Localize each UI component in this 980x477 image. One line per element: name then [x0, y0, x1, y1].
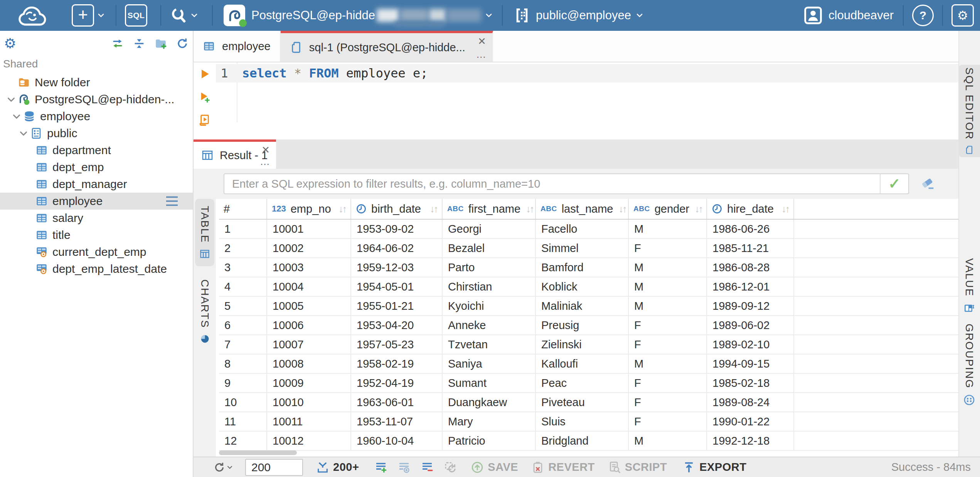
table-row[interactable]: 7100071957-05-23TzvetanZielinskiF1989-02… — [219, 335, 958, 354]
data-cell[interactable]: 10004 — [267, 277, 351, 296]
column-header-gender[interactable]: ABCgender↓↑ — [629, 199, 707, 219]
data-cell[interactable]: 10012 — [267, 432, 351, 450]
close-tab-icon[interactable]: ✕ — [478, 36, 486, 46]
data-cell[interactable]: 1957-05-23 — [351, 335, 443, 354]
column-header-last_name[interactable]: ABClast_name↓↑ — [536, 199, 629, 219]
data-cell[interactable]: F — [629, 412, 707, 431]
grouping-panel-tab[interactable]: GROUPING — [958, 324, 980, 406]
data-cell[interactable]: Duangkaew — [443, 393, 536, 411]
row-index-cell[interactable]: 11 — [219, 412, 267, 431]
table-row[interactable]: 4100041954-05-01ChirstianKoblickM1986-12… — [219, 277, 958, 297]
data-cell[interactable]: M — [629, 258, 707, 277]
presentation-tab-table[interactable]: TABLE — [195, 199, 214, 266]
data-cell[interactable]: 1986-06-26 — [707, 220, 794, 238]
add-row-button[interactable] — [374, 461, 387, 474]
sort-icon[interactable]: ↓↑ — [424, 203, 437, 215]
table-row[interactable]: 12100121960-10-04PatricioBridglandM1992-… — [219, 432, 958, 451]
auto-refresh-button[interactable] — [444, 461, 457, 474]
chevron-down-icon[interactable] — [11, 111, 22, 122]
data-cell[interactable]: 10006 — [267, 316, 351, 334]
row-index-cell[interactable]: 12 — [219, 432, 267, 450]
data-cell[interactable]: F — [629, 316, 707, 334]
value-panel-tab[interactable]: VALUE — [958, 258, 980, 314]
export-button[interactable]: EXPORT — [682, 461, 746, 474]
data-cell[interactable]: 10003 — [267, 258, 351, 277]
data-cell[interactable]: 1953-09-02 — [351, 220, 443, 238]
table-row[interactable]: 11100111953-11-07MarySluisF1990-01-22 — [219, 412, 958, 432]
tree-item-salary[interactable]: salary — [0, 210, 193, 227]
collapse-all-icon[interactable] — [133, 37, 146, 50]
presentation-tab-charts[interactable]: CHARTS — [195, 272, 214, 351]
tree-item-dept-emp[interactable]: dept_emp — [0, 159, 193, 176]
data-cell[interactable]: 10010 — [267, 393, 351, 411]
sort-icon[interactable]: ↓↑ — [613, 203, 626, 215]
data-cell[interactable]: Preusig — [536, 316, 629, 334]
data-cell[interactable]: M — [629, 297, 707, 315]
data-cell[interactable]: Tzvetan — [443, 335, 536, 354]
data-cell[interactable]: Bamford — [536, 258, 629, 277]
execute-query-button[interactable] — [199, 68, 211, 80]
tab-sql-1[interactable]: sql-1 (PostgreSQL@ep-hidde... ✕ … — [281, 31, 493, 62]
row-index-cell[interactable]: 10 — [219, 393, 267, 411]
data-cell[interactable]: Zielinski — [536, 335, 629, 354]
sync-connections-icon[interactable] — [111, 37, 124, 50]
row-index-cell[interactable]: 4 — [219, 277, 267, 296]
data-cell[interactable]: F — [629, 335, 707, 354]
data-cell[interactable]: 1985-02-18 — [707, 374, 794, 392]
clear-filter-icon[interactable] — [921, 176, 935, 190]
data-cell[interactable]: 10007 — [267, 335, 351, 354]
tab-result-1[interactable]: Result - 1 ✕ … — [194, 139, 276, 169]
sort-icon[interactable]: ↓↑ — [776, 203, 789, 215]
table-row[interactable]: 9100091952-04-19SumantPeacF1985-02-18 — [219, 374, 958, 393]
data-cell[interactable]: 1953-11-07 — [351, 412, 443, 431]
row-index-cell[interactable]: 1 — [219, 220, 267, 238]
data-cell[interactable]: 1989-02-10 — [707, 335, 794, 354]
sort-icon[interactable]: ↓↑ — [520, 203, 533, 215]
refresh-tree-icon[interactable] — [176, 37, 189, 50]
row-index-cell[interactable]: 9 — [219, 374, 267, 392]
data-cell[interactable]: 10001 — [267, 220, 351, 238]
table-row[interactable]: 10100101963-06-01DuangkaewPiveteauF1989-… — [219, 393, 958, 412]
data-cell[interactable]: Chirstian — [443, 277, 536, 296]
data-cell[interactable]: Sluis — [536, 412, 629, 431]
data-cell[interactable]: Bezalel — [443, 239, 536, 257]
close-result-icon[interactable]: ✕ — [261, 145, 270, 155]
table-row[interactable]: 8100081958-02-19SaniyaKalloufiM1994-09-1… — [219, 354, 958, 374]
item-menu-icon[interactable] — [165, 195, 179, 207]
data-cell[interactable]: Anneke — [443, 316, 536, 334]
column-header-hire_date[interactable]: hire_date↓↑ — [707, 199, 794, 219]
new-connection-button[interactable]: + — [72, 4, 94, 27]
data-cell[interactable]: 1953-04-20 — [351, 316, 443, 334]
tree-item-postgresql-ep-hidden-[interactable]: PostgreSQL@ep-hidden-... — [0, 91, 193, 108]
driver-manager-button[interactable] — [170, 6, 188, 25]
data-cell[interactable]: 10008 — [267, 354, 351, 373]
data-cell[interactable]: M — [629, 432, 707, 450]
data-cell[interactable]: M — [629, 220, 707, 238]
row-index-cell[interactable]: 5 — [219, 297, 267, 315]
row-index-cell[interactable]: 3 — [219, 258, 267, 277]
data-cell[interactable]: Bridgland — [536, 432, 629, 450]
data-cell[interactable]: F — [629, 393, 707, 411]
save-button[interactable]: SAVE — [471, 461, 518, 474]
tree-item-employee[interactable]: employee — [0, 193, 193, 210]
data-cell[interactable]: 1986-08-28 — [707, 258, 794, 277]
refresh-result-button[interactable] — [213, 461, 234, 474]
fetch-more-button[interactable]: 200+ — [316, 461, 359, 474]
apply-filter-button[interactable]: ✓ — [880, 174, 908, 193]
table-row[interactable]: 3100031959-12-03PartoBamfordM1986-08-28 — [219, 258, 958, 277]
data-cell[interactable]: M — [629, 277, 707, 296]
table-row[interactable]: 5100051955-01-21KyoichiMaliniakM1989-09-… — [219, 297, 958, 316]
row-index-cell[interactable]: 8 — [219, 354, 267, 373]
row-index-cell[interactable]: 7 — [219, 335, 267, 354]
chevron-down-icon[interactable] — [190, 11, 199, 20]
chevron-down-icon[interactable] — [18, 128, 29, 139]
data-cell[interactable]: 1954-05-01 — [351, 277, 443, 296]
data-cell[interactable]: 1989-08-24 — [707, 393, 794, 411]
schema-selector[interactable]: public@employee — [514, 7, 644, 24]
help-button[interactable]: ? — [912, 5, 934, 26]
data-cell[interactable]: 10002 — [267, 239, 351, 257]
data-cell[interactable]: 1964-06-02 — [351, 239, 443, 257]
data-cell[interactable]: F — [629, 239, 707, 257]
sort-icon[interactable]: ↓↑ — [333, 203, 346, 215]
revert-button[interactable]: REVERT — [531, 461, 595, 474]
